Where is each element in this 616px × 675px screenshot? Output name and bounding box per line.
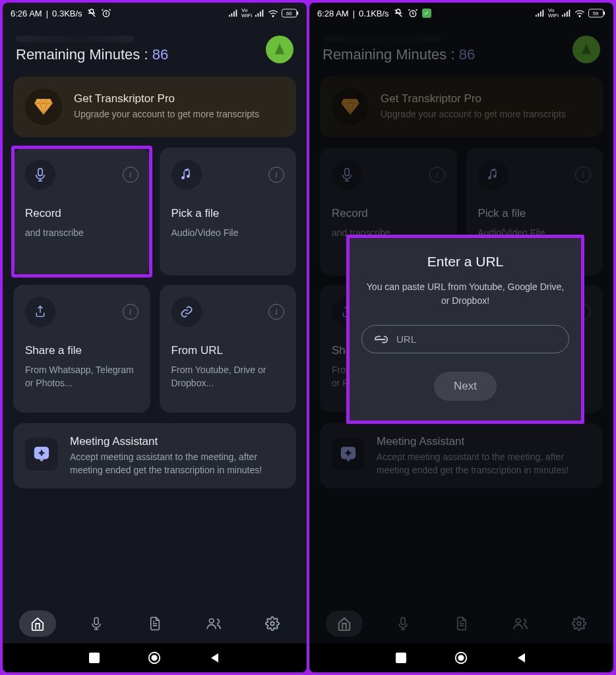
svg-rect-22 [536,15,537,17]
svg-rect-23 [538,13,539,16]
nav-settings[interactable] [561,610,598,637]
vowifi-icon: VoWiFi [241,8,252,18]
svg-rect-28 [567,11,568,16]
meeting-assistant-card[interactable]: Meeting Assistant Accept meeting assista… [320,423,603,488]
nav-home[interactable] [326,610,363,637]
modal-subtitle: You can paste URL from Youtube, Google D… [361,280,569,308]
pro-title: Get Transkriptor Pro [381,92,566,105]
info-icon[interactable]: i [429,167,445,183]
recent-apps-button[interactable] [396,653,406,663]
alarm-icon [101,8,111,18]
info-icon[interactable]: i [123,304,139,320]
diamond-icon [332,88,369,125]
svg-point-30 [579,16,580,17]
nav-people[interactable] [502,610,539,637]
svg-rect-32 [603,11,605,15]
card-title: Record [332,207,445,220]
sparkle-icon [332,438,365,471]
url-input[interactable]: URL [361,325,569,353]
url-placeholder: URL [396,334,416,345]
share-file-card[interactable]: i Share a file From Whatsapp, Telegram o… [13,285,150,413]
phone-right: 6:28 AM | 0.1KB/s ✓ VoWiFi 59 [309,3,613,672]
nav-mic[interactable] [78,610,115,637]
enter-url-modal: Enter a URL You can paste URL from Youtu… [346,235,584,424]
signal2-icon [562,9,571,17]
wifi-icon [268,9,278,17]
record-card[interactable]: i Record and transcribe [13,148,150,276]
status-net: 0.1KB/s [359,9,389,18]
svg-rect-34 [345,169,349,176]
card-sub: From Youtube, Drive or Dropbox... [171,364,285,390]
svg-rect-25 [543,10,544,17]
bottom-nav [3,604,307,643]
info-icon[interactable]: i [268,167,284,183]
system-nav [309,643,613,672]
wifi-icon [574,9,585,17]
assistant-sub: Accept meeting assistant to the meeting,… [377,451,591,477]
system-nav [3,643,307,672]
phone-left: 6:26 AM | 0.3KB/s VoWiFi 60 [3,3,307,672]
svg-point-38 [577,622,581,626]
nav-home[interactable] [19,610,56,637]
share-icon [25,297,55,327]
nav-document[interactable] [443,610,480,637]
svg-rect-4 [236,10,237,17]
back-button[interactable] [209,652,221,664]
nav-people[interactable] [195,610,232,637]
battery-icon: 59 [588,9,605,18]
diamond-icon [25,88,62,125]
svg-rect-39 [396,653,406,663]
assistant-title: Meeting Assistant [377,435,591,448]
status-bar: 6:28 AM | 0.1KB/s ✓ VoWiFi 59 [309,3,613,24]
status-time: 6:26 AM [11,9,42,18]
svg-point-9 [272,16,273,17]
home-button[interactable] [454,651,468,665]
modal-title: Enter a URL [361,254,569,270]
home-button[interactable] [147,651,162,665]
recent-apps-button[interactable] [89,653,100,663]
svg-rect-26 [562,15,563,17]
alarm-icon [408,8,418,18]
meeting-assistant-card[interactable]: Meeting Assistant Accept meeting assista… [13,423,296,488]
svg-rect-11 [297,11,298,15]
card-sub: Audio/Video File [171,227,285,240]
nav-settings[interactable] [254,610,291,637]
signal-icon [536,9,545,17]
svg-rect-18 [89,653,100,663]
pro-upgrade-card[interactable]: Get Transkriptor Pro Upgrade your accoun… [320,76,603,137]
svg-rect-5 [255,15,257,17]
signal-icon [229,9,238,17]
header: Remaining Minutes : 86 [3,24,307,70]
assistant-sub: Accept meeting assistant to the meeting,… [70,451,284,477]
nav-mic[interactable] [385,610,421,637]
app-indicator-icon: ✓ [422,9,431,18]
svg-rect-27 [565,13,566,16]
pro-upgrade-card[interactable]: Get Transkriptor Pro Upgrade your accoun… [13,76,296,137]
from-url-card[interactable]: i From URL From Youtube, Drive or Dropbo… [160,285,297,413]
back-button[interactable] [516,652,528,664]
svg-rect-24 [540,11,541,16]
pick-file-card[interactable]: i Pick a file Audio/Video File [160,148,297,276]
link-icon [171,297,202,327]
music-note-icon [171,160,202,190]
svg-rect-3 [233,11,235,16]
svg-rect-13 [38,169,42,176]
info-icon[interactable]: i [268,304,284,320]
bottom-nav [309,604,613,643]
svg-rect-29 [569,10,570,17]
svg-rect-8 [262,10,264,17]
vowifi-icon: VoWiFi [548,8,559,18]
nav-document[interactable] [137,610,173,637]
card-title: Share a file [25,344,139,357]
svg-point-17 [270,622,274,626]
svg-point-41 [458,655,463,660]
info-icon[interactable]: i [575,167,591,183]
avatar[interactable] [266,36,293,63]
avatar[interactable] [572,36,600,63]
mute-icon [393,8,404,18]
next-button[interactable]: Next [434,372,497,401]
card-sub: From Whatsapp, Telegram or Photos... [25,364,139,390]
svg-text:60: 60 [286,11,292,16]
svg-rect-6 [258,13,259,16]
info-icon[interactable]: i [123,167,139,183]
